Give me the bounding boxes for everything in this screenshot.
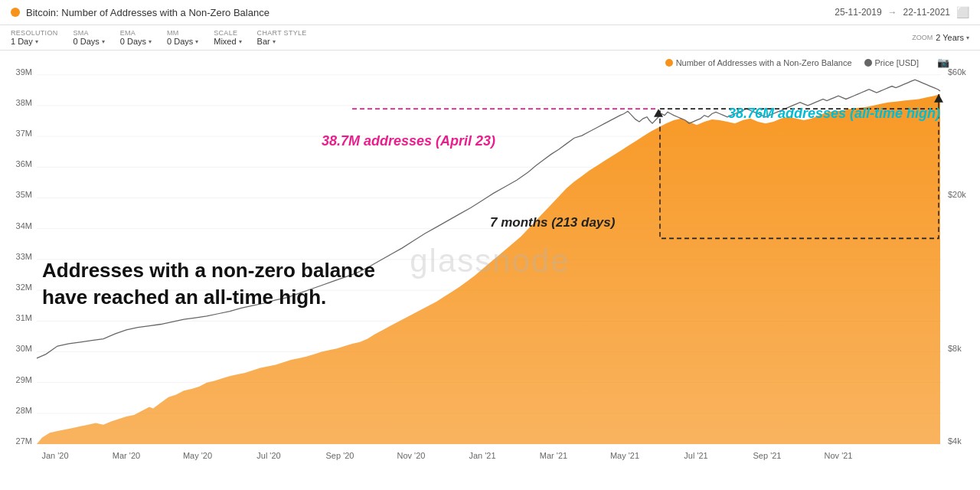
svg-marker-44 (654, 109, 663, 117)
resolution-label: Resolution (11, 29, 58, 37)
calendar-icon[interactable]: ⬜ (956, 6, 969, 18)
chart-style-select[interactable]: Bar ▾ (257, 37, 307, 46)
legend-gray-dot-icon (864, 59, 872, 67)
title-section: Bitcoin: Number of Addresses with a Non-… (11, 7, 270, 18)
date-range-section: 25-11-2019 → 22-11-2021 ⬜ (835, 6, 969, 18)
scale-control[interactable]: Scale Mixed ▾ (214, 29, 241, 46)
chart-style-control[interactable]: Chart Style Bar ▾ (257, 29, 307, 46)
chart-area: Number of Addresses with a Non-Zero Bala… (0, 51, 980, 472)
svg-text:38M: 38M (16, 98, 32, 107)
svg-text:31M: 31M (16, 313, 32, 322)
svg-text:34M: 34M (16, 220, 32, 230)
btc-dot-icon (11, 8, 20, 17)
svg-text:Sep '20: Sep '20 (326, 451, 354, 460)
svg-text:28M: 28M (16, 406, 32, 415)
svg-text:Jul '21: Jul '21 (684, 451, 707, 460)
svg-text:29M: 29M (16, 374, 32, 384)
header-bar: Bitcoin: Number of Addresses with a Non-… (0, 0, 980, 25)
ema-chevron-icon: ▾ (149, 38, 152, 45)
zoom-label: Zoom (912, 34, 933, 41)
svg-text:Nov '21: Nov '21 (825, 451, 853, 460)
svg-text:May '20: May '20 (183, 451, 212, 460)
chart-style-chevron-icon: ▾ (273, 38, 276, 45)
annotation-teal: 38.76M addresses (all-time high) (728, 106, 940, 122)
svg-text:Mar '20: Mar '20 (113, 451, 140, 460)
resolution-control[interactable]: Resolution 1 Day ▾ (11, 29, 58, 46)
chart-title: Bitcoin: Number of Addresses with a Non-… (26, 7, 270, 18)
mm-label: MM (167, 29, 198, 37)
ema-label: EMA (120, 29, 152, 37)
svg-text:27M: 27M (16, 436, 32, 446)
legend-addresses: Number of Addresses with a Non-Zero Bala… (665, 58, 852, 67)
svg-text:30M: 30M (16, 344, 32, 353)
svg-text:Mar '21: Mar '21 (540, 451, 567, 460)
sma-control[interactable]: SMA 0 Days ▾ (74, 29, 105, 46)
legend-price-label: Price [USD] (875, 58, 919, 67)
legend-price: Price [USD] (864, 58, 919, 67)
svg-text:Jan '20: Jan '20 (41, 451, 68, 460)
zoom-section[interactable]: Zoom 2 Years ▾ (912, 33, 969, 42)
mm-select[interactable]: 0 Days ▾ (167, 37, 198, 46)
sma-label: SMA (74, 29, 105, 37)
svg-text:33M: 33M (16, 252, 32, 261)
zoom-value[interactable]: 2 Years ▾ (936, 33, 969, 42)
date-range-arrow-icon: → (888, 7, 897, 18)
svg-text:Jan '21: Jan '21 (469, 451, 495, 460)
legend-bar: Number of Addresses with a Non-Zero Bala… (665, 57, 949, 68)
zoom-chevron-icon: ▾ (966, 34, 969, 41)
mm-chevron-icon: ▾ (195, 38, 198, 45)
controls-bar: Resolution 1 Day ▾ SMA 0 Days ▾ EMA 0 Da… (0, 25, 980, 51)
svg-text:32M: 32M (16, 283, 32, 292)
svg-text:$20k: $20k (948, 190, 966, 199)
annotation-duration: 7 months (213 days) (490, 215, 615, 230)
svg-text:$4k: $4k (948, 436, 962, 446)
ema-control[interactable]: EMA 0 Days ▾ (120, 29, 152, 46)
svg-text:37M: 37M (16, 129, 32, 138)
resolution-select[interactable]: 1 Day ▾ (11, 37, 58, 46)
svg-text:May '21: May '21 (610, 451, 639, 460)
chart-style-label: Chart Style (257, 29, 307, 37)
main-text-line1: Addresses with a non-zero balance (42, 257, 375, 284)
svg-text:39M: 39M (16, 67, 32, 76)
camera-icon[interactable]: 📷 (937, 57, 949, 68)
legend-orange-dot-icon (665, 59, 673, 67)
svg-text:Jul '20: Jul '20 (256, 451, 280, 460)
svg-text:35M: 35M (16, 190, 32, 199)
mm-control[interactable]: MM 0 Days ▾ (167, 29, 198, 46)
date-to: 22-11-2021 (903, 7, 950, 18)
scale-chevron-icon: ▾ (239, 38, 242, 45)
main-text-line2: have reached an all-time high. (42, 284, 375, 311)
main-annotation-text: Addresses with a non-zero balance have r… (42, 257, 375, 311)
resolution-chevron-icon: ▾ (35, 38, 38, 45)
sma-select[interactable]: 0 Days ▾ (74, 37, 105, 46)
legend-addresses-label: Number of Addresses with a Non-Zero Bala… (676, 58, 852, 67)
svg-text:36M: 36M (16, 159, 32, 168)
annotation-pink: 38.7M addresses (April 23) (322, 133, 495, 149)
scale-select[interactable]: Mixed ▾ (214, 37, 241, 46)
sma-chevron-icon: ▾ (102, 38, 105, 45)
date-from: 25-11-2019 (835, 7, 881, 18)
ema-select[interactable]: 0 Days ▾ (120, 37, 152, 46)
svg-text:Nov '20: Nov '20 (397, 451, 426, 460)
svg-text:$60k: $60k (948, 67, 966, 76)
scale-label: Scale (214, 29, 241, 37)
svg-text:Sep '21: Sep '21 (753, 451, 782, 460)
svg-text:$8k: $8k (948, 344, 962, 353)
